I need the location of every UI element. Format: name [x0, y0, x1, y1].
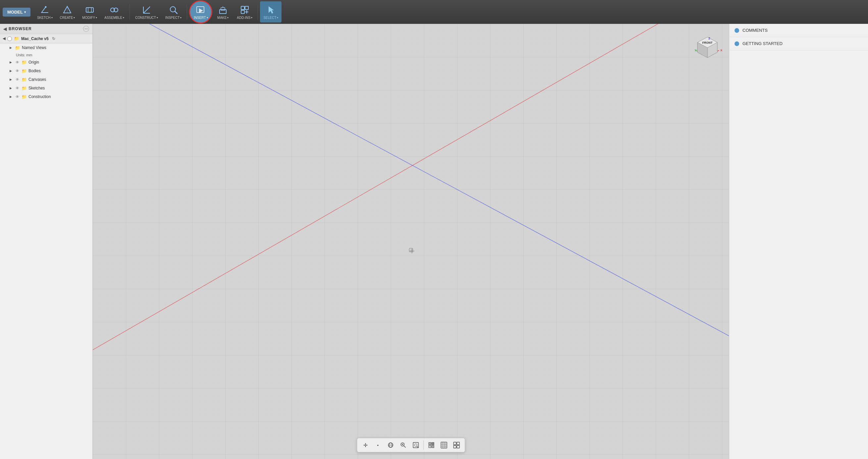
svg-line-14 — [175, 11, 177, 13]
grid-options-button[interactable] — [451, 439, 462, 451]
svg-point-41 — [414, 444, 417, 447]
select-icon — [266, 5, 276, 15]
make-label: MAKE — [217, 16, 228, 20]
select-label: SELECT — [263, 16, 278, 20]
construct-label: CONSTRUCT — [135, 16, 158, 20]
toolbar-construct[interactable]: CONSTRUCT — [132, 1, 161, 23]
svg-rect-5 — [86, 8, 93, 12]
origin-marker — [409, 248, 413, 252]
bottom-toolbar: ✛ ● — [357, 438, 465, 452]
svg-marker-16 — [199, 8, 203, 13]
inspect-icon — [168, 5, 179, 15]
sketches-eye[interactable]: 👁 — [14, 86, 20, 91]
svg-line-1 — [42, 7, 46, 12]
main-layout: ◀ BROWSER ⋯ ◀ 📁 Mac_Cache v5 ↻ ▶ 📁 Named… — [0, 24, 868, 459]
toolbar-make[interactable]: MAKE — [213, 1, 233, 23]
sep2 — [187, 4, 187, 20]
sketch-icon — [39, 5, 50, 15]
construction-eye[interactable]: 👁 — [14, 94, 20, 99]
bodies-arrow: ▶ — [8, 68, 13, 73]
svg-rect-45 — [429, 446, 431, 448]
origin-eye[interactable]: 👁 — [14, 60, 20, 65]
svg-rect-52 — [453, 442, 456, 445]
display-mode-button[interactable] — [426, 439, 437, 451]
svg-rect-54 — [453, 446, 456, 448]
browser-header: ◀ BROWSER ⋯ — [0, 24, 92, 34]
svg-rect-43 — [429, 442, 431, 445]
mode-label: MODEL — [7, 9, 23, 14]
sketches-label: Sketches — [29, 86, 45, 90]
tree-item-bodies[interactable]: ▶ 👁 📁 Bodies — [0, 67, 92, 75]
zoom-fit-button[interactable] — [410, 439, 421, 451]
view-cube[interactable]: FRONT X Z Y — [692, 30, 722, 60]
browser-options[interactable]: ⋯ — [83, 26, 89, 32]
sketches-arrow: ▶ — [8, 86, 13, 91]
browser-title: BROWSER — [9, 27, 32, 31]
toolbar-add-ins[interactable]: ADD-INS — [234, 1, 256, 23]
svg-line-42 — [416, 446, 418, 448]
sketches-folder-icon: 📁 — [21, 85, 27, 91]
construct-icon — [142, 5, 152, 15]
project-dot — [7, 36, 12, 41]
origin-arrow: ▶ — [8, 60, 13, 65]
svg-rect-46 — [432, 446, 434, 448]
toolbar-select[interactable]: SELECT — [260, 1, 281, 23]
comments-dot — [735, 28, 739, 33]
named-views-folder-icon: 📁 — [14, 45, 21, 51]
browser-arrow: ◀ — [3, 27, 7, 31]
assemble-icon — [109, 5, 120, 15]
comments-item[interactable]: COMMENTS — [729, 24, 868, 37]
svg-rect-55 — [457, 446, 459, 448]
zoom-button[interactable] — [397, 439, 409, 451]
svg-rect-21 — [245, 6, 248, 9]
project-row[interactable]: ◀ 📁 Mac_Cache v5 ↻ — [0, 34, 92, 43]
named-views-label: Named Views — [22, 45, 46, 50]
inspect-label: INSPECT — [165, 16, 182, 20]
tree-item-named-views[interactable]: ▶ 📁 Named Views — [0, 43, 92, 52]
svg-line-37 — [404, 446, 405, 448]
svg-text:X: X — [720, 49, 722, 52]
create-icon — [62, 5, 72, 15]
construction-folder-icon: 📁 — [21, 94, 27, 100]
canvases-eye[interactable]: 👁 — [14, 77, 20, 82]
units-line: Units: mm — [0, 52, 92, 58]
tree-item-origin[interactable]: ▶ 👁 📁 Origin — [0, 58, 92, 67]
svg-rect-20 — [241, 6, 244, 9]
grid-toggle-button[interactable] — [438, 439, 450, 451]
toolbar-assemble[interactable]: ASSEMBLE — [101, 1, 127, 23]
tree-item-canvases[interactable]: ▶ 👁 📁 Canvases — [0, 75, 92, 84]
bodies-eye[interactable]: 👁 — [14, 68, 20, 73]
svg-text:FRONT: FRONT — [703, 41, 713, 44]
sep1 — [129, 4, 130, 20]
bodies-label: Bodies — [29, 68, 41, 73]
move-button[interactable]: ✛ — [360, 439, 371, 451]
toolbar-inspect[interactable]: INSPECT — [162, 1, 185, 23]
toolbar-insert[interactable]: INSERT — [189, 0, 212, 24]
viewport[interactable]: ✛ ● — [93, 24, 729, 459]
svg-rect-44 — [432, 442, 434, 445]
project-refresh-icon: ↻ — [52, 36, 55, 41]
project-collapse-arrow: ◀ — [3, 36, 5, 41]
getting-started-item[interactable]: GETTING STARTED — [729, 37, 868, 50]
toolbar-modify[interactable]: MODIFY — [79, 1, 100, 23]
pan-dot-button[interactable]: ● — [372, 439, 383, 451]
toolbar-sketch[interactable]: SKETCH — [34, 1, 56, 23]
svg-rect-22 — [241, 10, 244, 13]
origin-label: Origin — [29, 60, 39, 65]
toolbar-create[interactable]: CREATE — [57, 1, 79, 23]
make-icon — [218, 5, 228, 15]
add-ins-icon — [240, 5, 250, 15]
svg-rect-27 — [93, 24, 729, 459]
sketch-label: SKETCH — [37, 16, 53, 20]
modify-label: MODIFY — [82, 16, 97, 20]
toolbar: MODEL SKETCH CREATE MODIFY ASSEMBLE CONS… — [0, 0, 868, 24]
orbit-button[interactable] — [385, 439, 396, 451]
project-folder-icon: 📁 — [14, 36, 19, 41]
tree-item-sketches[interactable]: ▶ 👁 📁 Sketches — [0, 84, 92, 92]
assemble-label: ASSEMBLE — [104, 16, 124, 20]
canvases-arrow: ▶ — [8, 77, 13, 82]
svg-rect-47 — [441, 442, 447, 448]
tree-item-construction[interactable]: ▶ 👁 📁 Construction — [0, 92, 92, 101]
mode-selector[interactable]: MODEL — [3, 8, 30, 17]
construction-arrow: ▶ — [8, 94, 13, 99]
